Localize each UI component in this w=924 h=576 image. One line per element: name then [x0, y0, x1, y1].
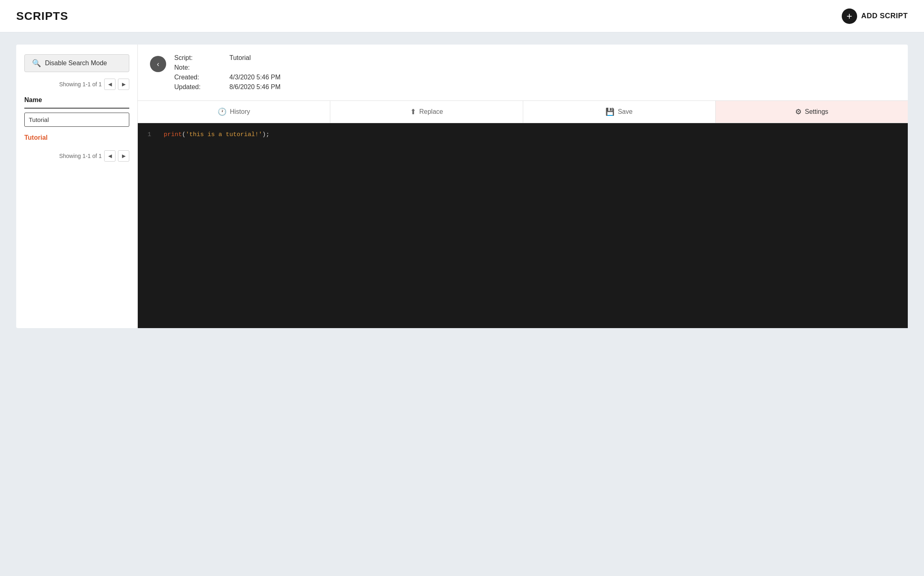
pagination-bottom: Showing 1-1 of 1 ◀ ▶: [24, 150, 129, 162]
tab-history-label: History: [230, 108, 250, 115]
top-header: SCRIPTS + ADD SCRIPT: [0, 0, 924, 32]
next-page-button-bottom[interactable]: ▶: [118, 150, 129, 162]
disable-search-label: Disable Search Mode: [45, 60, 107, 67]
showing-label-top: Showing 1-1 of 1: [59, 81, 102, 87]
settings-icon: ⚙: [795, 107, 802, 116]
content-card: 🔍 Disable Search Mode Showing 1-1 of 1 ◀…: [16, 45, 908, 328]
tab-save-label: Save: [618, 108, 632, 115]
next-page-button-top[interactable]: ▶: [118, 79, 129, 90]
created-label: Created:: [174, 74, 223, 81]
save-icon: 💾: [605, 107, 614, 116]
script-meta: Script: Tutorial Note: Created: 4/3/2020…: [174, 54, 280, 91]
add-script-label: ADD SCRIPT: [861, 12, 908, 20]
action-tabs: 🕐 History ⬆ Replace 💾 Save ⚙ Settings: [138, 101, 908, 123]
code-content: print('this is a tutorial!');: [164, 131, 270, 138]
note-value: [229, 64, 280, 71]
pagination-top: Showing 1-1 of 1 ◀ ▶: [24, 79, 129, 90]
code-editor[interactable]: 1 print('this is a tutorial!');: [138, 123, 908, 328]
updated-value: 8/6/2020 5:46 PM: [229, 83, 280, 91]
list-item[interactable]: Tutorial: [24, 132, 129, 144]
history-icon: 🕐: [218, 107, 227, 116]
code-string: 'this is a tutorial!': [186, 131, 262, 138]
note-label: Note:: [174, 64, 223, 71]
name-column-header: Name: [24, 96, 129, 109]
back-button[interactable]: ‹: [150, 56, 166, 72]
tab-replace-label: Replace: [419, 108, 443, 115]
search-icon: 🔍: [32, 59, 41, 68]
page-title: SCRIPTS: [16, 10, 68, 23]
script-info-header: ‹ Script: Tutorial Note: Created: 4/3/20…: [138, 45, 908, 101]
add-script-button[interactable]: + ADD SCRIPT: [842, 9, 908, 24]
replace-icon: ⬆: [410, 107, 416, 116]
created-value: 4/3/2020 5:46 PM: [229, 74, 280, 81]
prev-page-button-top[interactable]: ◀: [104, 79, 116, 90]
search-input[interactable]: [24, 113, 129, 127]
main-content: 🔍 Disable Search Mode Showing 1-1 of 1 ◀…: [0, 32, 924, 340]
plus-icon: +: [842, 9, 857, 24]
code-line: 1 print('this is a tutorial!');: [148, 131, 898, 138]
tab-settings-label: Settings: [805, 108, 828, 115]
tab-settings[interactable]: ⚙ Settings: [716, 101, 908, 123]
script-value: Tutorial: [229, 54, 280, 62]
left-panel: 🔍 Disable Search Mode Showing 1-1 of 1 ◀…: [16, 45, 138, 328]
updated-label: Updated:: [174, 83, 223, 91]
tab-save[interactable]: 💾 Save: [523, 101, 716, 123]
right-panel: ‹ Script: Tutorial Note: Created: 4/3/20…: [138, 45, 908, 328]
prev-page-button-bottom[interactable]: ◀: [104, 150, 116, 162]
showing-label-bottom: Showing 1-1 of 1: [59, 153, 102, 159]
script-label: Script:: [174, 54, 223, 62]
disable-search-button[interactable]: 🔍 Disable Search Mode: [24, 54, 129, 72]
line-number: 1: [148, 131, 156, 138]
tab-history[interactable]: 🕐 History: [138, 101, 330, 123]
tab-replace[interactable]: ⬆ Replace: [330, 101, 523, 123]
code-keyword: print: [164, 131, 182, 138]
